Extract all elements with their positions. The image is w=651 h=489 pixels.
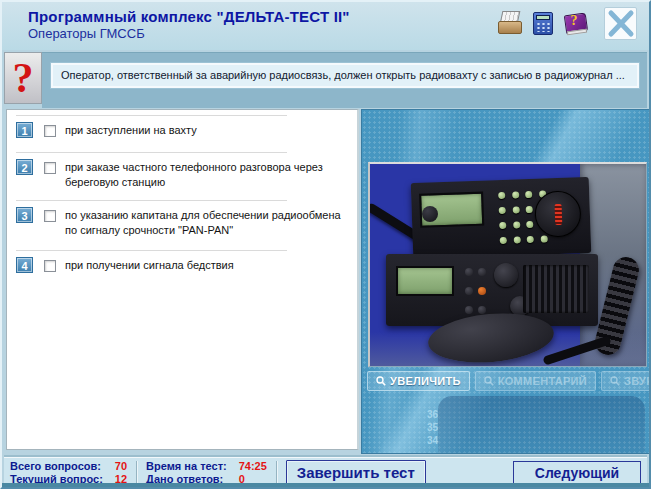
option-label-1[interactable]: при заступлении на вахту <box>65 123 197 138</box>
option-separator <box>16 250 287 251</box>
status-divider <box>276 461 277 485</box>
comment-button[interactable]: КОММЕНТАРИЙ <box>475 371 596 391</box>
option-row-3: 3 по указанию капитана для обеспечении р… <box>16 207 357 238</box>
calculator-icon[interactable] <box>530 10 556 37</box>
option-separator <box>16 200 287 201</box>
status-divider <box>136 461 137 485</box>
option-row-2: 2 при заказе частного телефонного разгов… <box>16 159 357 190</box>
next-question-button[interactable]: Следующий <box>513 461 641 484</box>
dsc-radio-unit <box>411 177 592 259</box>
option-separator <box>16 152 287 153</box>
close-button[interactable] <box>604 7 637 40</box>
option-row-4: 4 при получении сигнала бедствия <box>16 257 357 273</box>
question-text: Оператор, ответственный за аварийную рад… <box>51 63 639 88</box>
option-checkbox-4[interactable] <box>44 260 56 272</box>
total-questions-value: 70 <box>115 460 127 473</box>
sound-button[interactable]: ЗВУК <box>601 371 650 391</box>
option-number-badge: 1 <box>16 122 33 138</box>
option-number-badge: 3 <box>16 207 33 223</box>
media-panel: 36 35 34 <box>361 109 650 454</box>
zoom-image-button[interactable]: УВЕЛИЧИТЬ <box>367 371 470 391</box>
option-number-badge: 2 <box>16 159 33 175</box>
magnifier-icon <box>484 376 494 386</box>
magnifier-icon <box>610 376 620 386</box>
question-section: ? Оператор, ответственный за аварийную р… <box>4 52 647 108</box>
question-mark-icon: ? <box>4 52 42 104</box>
app-window: Программный комплекс "ДЕЛЬТА-ТЕСТ II" Оп… <box>0 0 651 489</box>
option-separator <box>16 115 287 116</box>
question-bar: Оператор, ответственный за аварийную рад… <box>42 52 647 108</box>
question-photo-radio-equipment <box>368 162 647 367</box>
help-book-icon[interactable]: ? <box>563 10 589 37</box>
close-icon <box>605 8 636 39</box>
magnifier-icon <box>376 376 386 386</box>
answers-panel: 1 при заступлении на вахту 2 при заказе … <box>6 109 359 450</box>
option-checkbox-1[interactable] <box>44 125 56 137</box>
option-row-1: 1 при заступлении на вахту <box>16 122 357 138</box>
option-checkbox-2[interactable] <box>44 162 56 174</box>
total-questions-label: Всего вопросов: <box>10 460 103 473</box>
titlebar-icons: ? <box>497 7 637 40</box>
time-left-value: 74:25 <box>239 460 267 473</box>
option-label-3[interactable]: по указанию капитана для обеспечении рад… <box>65 208 355 238</box>
option-number-badge: 4 <box>16 257 33 273</box>
print-card-file-icon[interactable] <box>497 10 523 37</box>
ship-hull-background <box>438 396 645 454</box>
time-counters: Время на тест: 74:25 Дано ответов: 0 <box>146 460 267 486</box>
option-label-4[interactable]: при получении сигнала бедствия <box>65 258 234 273</box>
finish-test-button[interactable]: Завершить тест <box>286 460 426 486</box>
titlebar: Программный комплекс "ДЕЛЬТА-ТЕСТ II" Оп… <box>2 2 649 50</box>
media-buttons: УВЕЛИЧИТЬ КОММЕНТАРИЙ ЗВУК <box>367 371 650 391</box>
option-label-2[interactable]: при заказе частного телефонного разговор… <box>65 160 355 190</box>
time-left-label: Время на тест: <box>146 460 227 473</box>
draft-marks: 36 35 34 <box>418 408 438 447</box>
question-counters: Всего вопросов: 70 Текущий вопрос: 12 <box>10 460 127 486</box>
option-checkbox-3[interactable] <box>44 210 56 222</box>
window-bottom-edge <box>2 483 649 487</box>
